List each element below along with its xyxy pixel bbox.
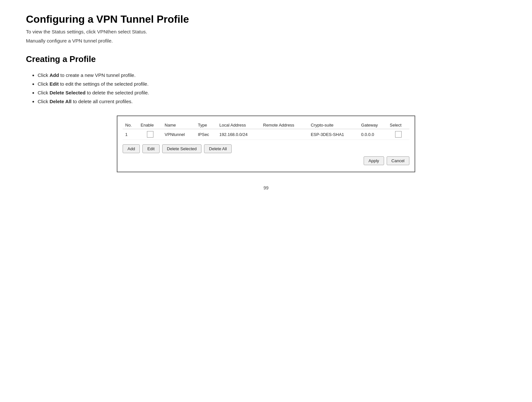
- col-header-no: No.: [123, 121, 138, 129]
- col-header-crypto-suite: Crypto-suite: [308, 121, 358, 129]
- bullet-bold-1: Add: [50, 72, 59, 78]
- action-buttons: Apply Cancel: [123, 156, 409, 165]
- col-header-name: Name: [162, 121, 195, 129]
- col-header-select: Select: [387, 121, 409, 129]
- bullet-prefix-4: Click: [38, 99, 50, 104]
- subtitle-line2: Manually configure a VPN tunnel profile.: [26, 37, 506, 45]
- edit-button[interactable]: Edit: [142, 144, 159, 153]
- bullet-suffix-3: to delete the selected profile.: [86, 90, 149, 95]
- bullet-list: Click Add to create a new VPN tunnel pro…: [26, 71, 506, 106]
- col-header-enable: Enable: [138, 121, 162, 129]
- cancel-button[interactable]: Cancel: [387, 156, 409, 165]
- subtitle-line1: To view the Status settings, click VPNth…: [26, 28, 506, 36]
- list-item: Click Delete Selected to delete the sele…: [38, 88, 506, 97]
- bullet-prefix-2: Click: [38, 81, 50, 87]
- bullet-prefix-3: Click: [38, 90, 50, 95]
- col-header-remote-address: Remote Address: [260, 121, 308, 129]
- page-title: Configuring a VPN Tunnel Profile: [26, 13, 506, 25]
- add-button[interactable]: Add: [123, 144, 140, 153]
- vpn-table-wrapper: No. Enable Name Type Local Address Remot…: [117, 116, 415, 172]
- list-item: Click Edit to edit the settings of the s…: [38, 79, 506, 88]
- table-buttons: Add Edit Delete Selected Delete All: [123, 144, 409, 153]
- cell-select[interactable]: [387, 129, 409, 140]
- cell-gateway: 0.0.0.0: [358, 129, 387, 140]
- list-item: Click Delete All to delete all current p…: [38, 97, 506, 106]
- cell-name: VPNtunnel: [162, 129, 195, 140]
- section-title: Creating a Profile: [26, 54, 506, 65]
- table-row: 1 VPNtunnel IPSec 192.168.0.0/24 ESP-3DE…: [123, 129, 409, 140]
- cell-remote-address: [260, 129, 308, 140]
- bullet-suffix-1: to create a new VPN tunnel profile.: [59, 72, 136, 78]
- cell-no: 1: [123, 129, 138, 140]
- delete-all-button[interactable]: Delete All: [204, 144, 232, 153]
- page-number: 99: [26, 185, 506, 190]
- col-header-gateway: Gateway: [358, 121, 387, 129]
- list-item: Click Add to create a new VPN tunnel pro…: [38, 71, 506, 79]
- col-header-type: Type: [195, 121, 217, 129]
- delete-selected-button[interactable]: Delete Selected: [162, 144, 202, 153]
- bullet-prefix-1: Click: [38, 72, 50, 78]
- cell-enable[interactable]: [138, 129, 162, 140]
- vpn-table: No. Enable Name Type Local Address Remot…: [123, 121, 409, 140]
- cell-crypto-suite: ESP-3DES-SHA1: [308, 129, 358, 140]
- bullet-suffix-4: to delete all current profiles.: [71, 99, 132, 104]
- col-header-local-address: Local Address: [217, 121, 260, 129]
- bullet-suffix-2: to edit the settings of the selected pro…: [59, 81, 149, 87]
- bullet-bold-2: Edit: [50, 81, 59, 87]
- cell-local-address: 192.168.0.0/24: [217, 129, 260, 140]
- enable-checkbox[interactable]: [147, 131, 153, 138]
- bullet-bold-3: Delete Selected: [50, 90, 86, 95]
- bullet-bold-4: Delete All: [50, 99, 72, 104]
- select-checkbox[interactable]: [395, 131, 402, 138]
- apply-button[interactable]: Apply: [364, 156, 384, 165]
- cell-type: IPSec: [195, 129, 217, 140]
